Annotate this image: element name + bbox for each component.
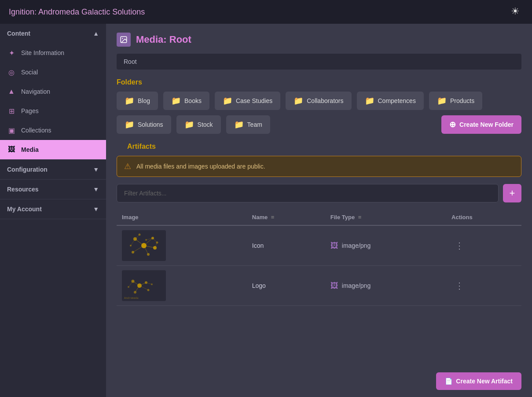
breadcrumb: Root [117, 54, 521, 70]
col-name[interactable]: Name ≡ [247, 210, 325, 225]
topbar: Ignition: Andromeda Galactic Solutions ☀ [0, 0, 532, 24]
folder-blog[interactable]: 📁 Blog [117, 92, 158, 110]
sidebar-item-site-information[interactable]: ✦ Site Information [0, 43, 106, 62]
filter-artifacts-input[interactable] [117, 184, 499, 202]
create-artifact-label: Create New Artifact [456, 378, 513, 385]
configuration-section: Configuration ▼ [0, 160, 106, 180]
col-file-type[interactable]: File Type ≡ [325, 210, 446, 225]
image-file-icon: 🖼 [330, 281, 338, 290]
sort-name-icon: ≡ [271, 214, 275, 221]
folder-label: Team [247, 121, 262, 128]
artifact-filetype-value: image/png [342, 242, 371, 249]
folder-team[interactable]: 📁 Team [226, 115, 270, 134]
folder-label: Books [184, 97, 202, 104]
content-section-header[interactable]: Content ▲ [0, 24, 106, 43]
resources-section-label: Resources [7, 186, 39, 193]
theme-toggle-icon[interactable]: ☀ [511, 6, 523, 18]
page-header: Media: Root [106, 24, 532, 54]
create-folder-button[interactable]: ⊕ Create New Folder [441, 115, 521, 134]
resources-section: Resources ▼ [0, 180, 106, 199]
folder-label: Collaborators [307, 97, 343, 104]
sidebar-item-navigation[interactable]: ▲ Navigation [0, 82, 106, 101]
configuration-section-header[interactable]: Configuration ▼ [0, 160, 106, 179]
artifact-filetype-value: image/png [342, 282, 371, 289]
folder-label: Case Studies [236, 97, 272, 104]
create-artifact-button[interactable]: 📄 Create New Artifact [436, 372, 521, 390]
my-account-section: My Account ▼ [0, 199, 106, 219]
bottom-bar: 📄 Create New Artifact [106, 365, 532, 397]
create-folder-label: Create New Folder [459, 121, 514, 128]
artifact-more-actions-button[interactable]: ⋮ [451, 279, 467, 293]
circle-dot-icon: ◎ [7, 68, 16, 77]
folder-icon: 📁 [437, 96, 447, 106]
sidebar-item-pages[interactable]: ⊞ Pages [0, 101, 106, 121]
media-page-icon [117, 33, 131, 47]
artifacts-section-title: Artifacts [117, 143, 521, 156]
svg-text:Andromeda: Andromeda [124, 296, 139, 299]
grid-icon: ⊞ [7, 107, 16, 115]
artifacts-section: Artifacts ⚠ All media files and images u… [106, 143, 532, 365]
folder-label: Products [450, 97, 474, 104]
folder-label: Solutions [138, 121, 163, 128]
file-plus-icon: 📄 [445, 378, 452, 385]
main-layout: Content ▲ ✦ Site Information ◎ Social ▲ … [0, 24, 532, 397]
app-title: Ignition: Andromeda Galactic Solutions [9, 7, 145, 17]
artifact-name-cell: Logo [247, 266, 325, 306]
folder-label: Stock [198, 121, 213, 128]
table-row: Andromeda [117, 266, 521, 306]
sidebar-item-label: Pages [21, 107, 39, 114]
folder-stock[interactable]: 📁 Stock [176, 115, 221, 134]
image-file-icon: 🖼 [330, 241, 338, 250]
configuration-section-label: Configuration [7, 166, 48, 173]
artifact-image-cell [117, 225, 247, 266]
image-icon: 🖼 [7, 145, 16, 154]
folder-case-studies[interactable]: 📁 Case Studies [215, 92, 280, 110]
my-account-section-label: My Account [7, 206, 42, 213]
triangle-icon: ▲ [7, 87, 16, 96]
svg-point-1 [122, 38, 123, 39]
folder-competences[interactable]: 📁 Competences [357, 92, 424, 110]
chevron-down-icon: ▼ [93, 186, 99, 193]
sparkle-icon: ✦ [7, 48, 16, 57]
artifact-filetype-cell: 🖼 image/png [325, 225, 446, 266]
add-artifact-button[interactable]: + [503, 184, 521, 202]
sidebar-item-label: Collections [21, 127, 51, 134]
sidebar-item-social[interactable]: ◎ Social [0, 62, 106, 82]
folder-books[interactable]: 📁 Books [163, 92, 209, 110]
sidebar-item-label: Navigation [21, 88, 50, 95]
folder-solutions[interactable]: 📁 Solutions [117, 115, 171, 134]
app-title-main: Andromeda Galactic Solutions [38, 7, 145, 16]
filter-row: + [117, 184, 521, 202]
folder-products[interactable]: 📁 Products [429, 92, 482, 110]
chevron-up-icon: ▲ [93, 30, 99, 37]
artifact-thumbnail-icon [122, 230, 166, 261]
info-message: All media files and images uploaded are … [136, 163, 265, 170]
artifacts-table: Image Name ≡ File Type ≡ Actions [117, 210, 521, 306]
resources-section-header[interactable]: Resources ▼ [0, 180, 106, 199]
sidebar: Content ▲ ✦ Site Information ◎ Social ▲ … [0, 24, 106, 397]
chevron-down-icon: ▼ [93, 206, 99, 213]
plus-icon: ⊕ [449, 120, 456, 129]
sidebar-item-collections[interactable]: ▣ Collections [0, 121, 106, 140]
folder-icon: 📁 [125, 120, 134, 129]
folder-icon: 📁 [184, 120, 194, 129]
folder-icon: 📁 [125, 96, 134, 106]
sidebar-item-label: Site Information [21, 49, 64, 56]
artifact-more-actions-button[interactable]: ⋮ [451, 239, 467, 253]
info-icon: ⚠ [124, 162, 131, 171]
sidebar-item-label: Social [21, 69, 38, 76]
artifact-actions-cell: ⋮ [446, 266, 521, 306]
my-account-section-header[interactable]: My Account ▼ [0, 199, 106, 219]
folder-icon: 📁 [294, 96, 303, 106]
folder-collaborators[interactable]: 📁 Collaborators [286, 92, 351, 110]
sidebar-item-media[interactable]: 🖼 Media [0, 140, 106, 159]
page-title: Media: Root [136, 34, 191, 45]
info-banner: ⚠ All media files and images uploaded ar… [117, 156, 521, 177]
sort-filetype-icon: ≡ [358, 214, 362, 221]
content-section-label: Content [7, 30, 30, 37]
folder-label: Competences [378, 97, 416, 104]
chevron-down-icon: ▼ [93, 166, 99, 173]
folder-label: Blog [138, 97, 150, 104]
artifact-filetype-cell: 🖼 image/png [325, 266, 446, 306]
content-area: Media: Root Root Folders 📁 Blog 📁 Books … [106, 24, 532, 397]
